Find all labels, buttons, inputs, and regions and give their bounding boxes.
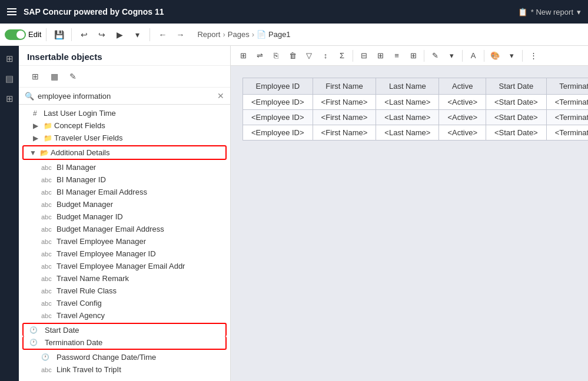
tree-item-last-login[interactable]: # Last User Login Time — [19, 107, 230, 119]
abc-icon-link-travel: abc — [41, 366, 54, 373]
crosstab-btn[interactable]: ⊞ — [373, 48, 388, 63]
section-btn[interactable]: ⊟ — [356, 48, 371, 63]
table-cell[interactable]: <Active> — [439, 95, 486, 110]
tree-item-budget-manager-id[interactable]: abc Budget Manager ID — [19, 210, 230, 223]
tree-item-travel-agency[interactable]: abc Travel Agency — [19, 309, 230, 322]
tree-label-budget-manager-email: Budget Manager Email Address — [57, 225, 164, 233]
run-button[interactable]: ▶ — [112, 27, 127, 42]
format-btn[interactable]: ✎ — [427, 48, 443, 63]
col-header-employee-id[interactable]: Employee ID — [243, 78, 313, 95]
toggle-track[interactable] — [5, 29, 26, 40]
tree-item-budget-manager-email[interactable]: abc Budget Manager Email Address — [19, 223, 230, 235]
abc-icon-bi-manager: abc — [41, 164, 54, 171]
fill-btn[interactable]: 🎨 — [487, 48, 503, 63]
col-header-termination-date[interactable]: Termination Date — [546, 78, 588, 95]
sep-2 — [71, 28, 72, 41]
tree-item-budget-manager[interactable]: abc Budget Manager — [19, 198, 230, 210]
tree-item-additional-details[interactable]: ▼ 📂 Additional Details — [24, 146, 225, 159]
forward-button[interactable]: → — [172, 27, 188, 42]
search-input[interactable] — [38, 92, 214, 101]
table-cell[interactable]: <Last Name> — [376, 95, 439, 110]
filter-btn[interactable]: ▽ — [301, 48, 317, 63]
objects-icon[interactable]: ▤ — [1, 71, 18, 87]
copy-btn[interactable]: ⎘ — [268, 48, 284, 63]
sep-1 — [46, 28, 46, 41]
run-dropdown[interactable]: ▾ — [129, 27, 145, 42]
table-cell[interactable]: <Active> — [439, 125, 486, 141]
col-header-start-date[interactable]: Start Date — [486, 78, 547, 95]
table-row: <Employee ID><First Name><Last Name><Act… — [243, 95, 589, 110]
save-button[interactable]: 💾 — [51, 27, 67, 42]
table-cell[interactable]: <Employee ID> — [243, 95, 313, 110]
more-btn[interactable]: ⋮ — [526, 48, 541, 63]
table-cell[interactable]: <First Name> — [313, 110, 376, 125]
table-cell[interactable]: <Start Date> — [486, 95, 547, 110]
tree-item-travel-config[interactable]: abc Travel Config — [19, 297, 230, 309]
table-cell[interactable]: <First Name> — [313, 125, 376, 141]
toolbox-icon[interactable]: ▦ — [46, 69, 62, 83]
tree-item-termination-date[interactable]: 🕐 Termination Date — [24, 336, 225, 349]
source-tree-icon[interactable]: ⊞ — [27, 69, 44, 83]
data-icon[interactable]: ⊞ — [1, 91, 18, 107]
back-button[interactable]: ← — [155, 27, 170, 42]
table-cell[interactable]: <Last Name> — [376, 125, 439, 141]
tree-item-link-travel[interactable]: abc Link Travel to TripIt — [19, 363, 230, 376]
table-cell[interactable]: <Employee ID> — [243, 125, 313, 141]
col-header-last-name[interactable]: Last Name — [376, 78, 439, 95]
table-cell[interactable]: <Termination Date> — [546, 110, 588, 125]
tree-item-travel-name-remark[interactable]: abc Travel Name Remark — [19, 272, 230, 285]
tree-item-concept-fields[interactable]: ▶ 📁 Concept Fields — [19, 119, 230, 132]
format-dropdown[interactable]: ▾ — [444, 48, 459, 63]
tree-item-travel-emp-manager-email[interactable]: abc Travel Employee Manager Email Addr — [19, 260, 230, 272]
abc-icon-bi-manager-id: abc — [41, 176, 54, 183]
table-cell[interactable]: <Active> — [439, 110, 486, 125]
change-container-btn[interactable]: ⊞ — [235, 48, 251, 63]
text-style-btn[interactable]: A — [466, 48, 481, 63]
grid-btn[interactable]: ⊞ — [406, 48, 421, 63]
tree-label-travel-name-remark: Travel Name Remark — [57, 274, 129, 283]
table-cell[interactable]: <Termination Date> — [546, 125, 588, 141]
list-btn[interactable]: ≡ — [389, 48, 404, 63]
tree-label-termination-date: Termination Date — [45, 338, 102, 347]
report-dropdown-icon[interactable]: ▾ — [577, 8, 581, 16]
table-cell[interactable]: <Termination Date> — [546, 95, 588, 110]
breadcrumb-page[interactable]: Page1 — [268, 30, 291, 39]
tree-item-bi-manager[interactable]: abc BI Manager — [19, 161, 230, 173]
swap-btn[interactable]: ⇌ — [252, 48, 267, 63]
sep-ct-5 — [522, 50, 523, 62]
fill-dropdown[interactable]: ▾ — [504, 48, 519, 63]
tree-item-start-date[interactable]: 🕐 Start Date — [24, 324, 225, 336]
breadcrumb-pages[interactable]: Pages — [228, 30, 250, 39]
sort-btn[interactable]: ↕ — [318, 48, 333, 63]
table-cell[interactable]: <Employee ID> — [243, 110, 313, 125]
redo-button[interactable]: ↪ — [94, 27, 109, 42]
tree-item-bi-manager-id[interactable]: abc BI Manager ID — [19, 173, 230, 186]
tree-item-travel-emp-manager[interactable]: abc Travel Employee Manager — [19, 235, 230, 248]
tree-label-last-login: Last User Login Time — [44, 109, 116, 118]
tree-item-traveler-user-fields[interactable]: ▶ 📁 Traveler User Fields — [19, 132, 230, 144]
abc-icon-travel-emp-manager-email: abc — [41, 263, 54, 270]
hamburger-menu[interactable] — [7, 8, 16, 15]
summary-btn[interactable]: Σ — [334, 48, 350, 63]
col-header-first-name[interactable]: First Name — [313, 78, 376, 95]
col-header-active[interactable]: Active — [439, 78, 486, 95]
delete-btn[interactable]: 🗑 — [285, 48, 300, 63]
tree-item-travel-emp-manager-id[interactable]: abc Travel Employee Manager ID — [19, 248, 230, 260]
tree-item-password-change[interactable]: 🕐 Password Change Date/Time — [19, 351, 230, 363]
tree-item-travel-rule-class[interactable]: abc Travel Rule Class — [19, 285, 230, 297]
sep-ct-3 — [462, 50, 463, 62]
breadcrumb-report[interactable]: Report — [197, 30, 220, 39]
pages-icon[interactable]: ⊞ — [1, 51, 18, 67]
undo-button[interactable]: ↩ — [77, 27, 92, 42]
content-area: ⊞ ⇌ ⎘ 🗑 ▽ ↕ Σ ⊟ ⊞ ≡ ⊞ ✎ ▾ A 🎨 ▾ ⋮ — [231, 46, 588, 381]
custom-icon[interactable]: ✎ — [65, 69, 81, 83]
table-cell[interactable]: <Start Date> — [486, 110, 547, 125]
tree-item-bi-manager-email[interactable]: abc BI Manager Email Address — [19, 186, 230, 198]
edit-toggle[interactable]: Edit — [5, 29, 41, 40]
table-cell[interactable]: <First Name> — [313, 95, 376, 110]
table-cell[interactable]: <Start Date> — [486, 125, 547, 141]
abc-icon-budget-manager: abc — [41, 201, 54, 208]
table-cell[interactable]: <Last Name> — [376, 110, 439, 125]
search-clear-button[interactable]: ✕ — [217, 91, 224, 101]
report-selector[interactable]: 📋 * New report ▾ — [518, 8, 581, 16]
